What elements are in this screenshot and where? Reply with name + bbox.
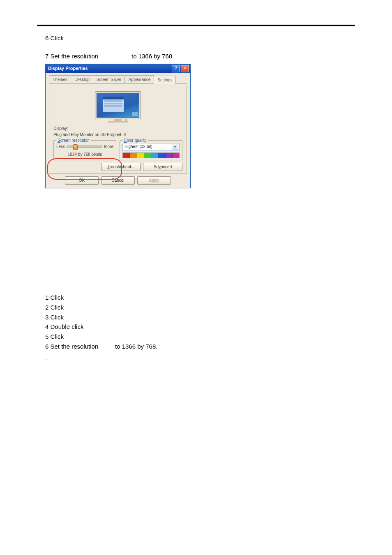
troubleshoot-button[interactable]: Troubleshoot... <box>101 163 141 171</box>
dialog-title: Display Properties <box>48 65 172 72</box>
bstep-6-left: 6 Set the resolution <box>45 342 115 351</box>
step-6: 6 Click <box>45 34 355 43</box>
screen-resolution-group: Screen resolution Less More 1024 by 768 … <box>53 140 116 160</box>
resolution-value: 1024 by 768 pixels <box>56 152 113 158</box>
color-gradient-bar <box>122 153 180 158</box>
color-quality-group: Color quality Highest (32 bit) ▾ <box>120 140 182 160</box>
bstep-5: 5 Click <box>45 332 355 341</box>
cancel-button[interactable]: Cancel <box>101 176 135 185</box>
tab-appearance[interactable]: Appearance <box>125 75 154 84</box>
color-quality-legend: olor quality <box>127 138 146 143</box>
step-7-right: to 1366 by 768. <box>131 52 174 61</box>
close-button[interactable]: × <box>181 65 189 72</box>
tab-themes[interactable]: Themes <box>49 75 71 84</box>
bstep-3: 3 Click <box>45 313 355 322</box>
bstep-1: 1 Click <box>45 293 355 302</box>
ok-button[interactable]: OK <box>65 176 99 185</box>
bstep-6: 6 Set the resolution to 1366 by 768. <box>45 342 355 351</box>
tab-desktop[interactable]: Desktop <box>71 75 93 84</box>
tab-screen-saver[interactable]: Screen Saver <box>93 75 125 84</box>
advanced-button[interactable]: Advanced <box>143 163 182 171</box>
titlebar: Display Properties ? × <box>46 65 190 73</box>
bstep-4: 4 Double click <box>45 322 355 331</box>
slider-less-label: Less <box>56 144 65 150</box>
display-value: Plug and Play Monitor on 3D Prophet III <box>53 132 182 138</box>
tab-pane-settings: Display: Plug and Play Monitor on 3D Pro… <box>49 86 187 174</box>
tabs: Themes Desktop Screen Saver Appearance S… <box>49 75 187 84</box>
color-quality-select[interactable]: Highest (32 bit) ▾ <box>122 143 180 151</box>
tab-settings[interactable]: Settings <box>154 76 176 84</box>
color-quality-value: Highest (32 bit) <box>125 144 152 150</box>
slider-more-label: More <box>104 144 113 150</box>
bstep-6-right: to 1366 by 768. <box>115 342 157 351</box>
display-properties-dialog: Display Properties ? × Themes Desktop Sc… <box>45 64 191 189</box>
step-7: 7 Set the resolution to 1366 by 768. <box>45 52 355 61</box>
page-rule <box>37 25 355 26</box>
screen-resolution-legend: creen resolution <box>60 138 90 143</box>
step-7-left: 7 Set the resolution <box>45 52 131 61</box>
bstep-2: 2 Click <box>45 303 355 312</box>
trailing-dot: . <box>45 354 355 363</box>
apply-button[interactable]: Apply <box>137 176 171 185</box>
resolution-slider[interactable] <box>67 146 102 148</box>
display-label: Display: <box>53 126 182 132</box>
monitor-preview <box>95 91 141 123</box>
help-button[interactable]: ? <box>172 65 180 72</box>
chevron-down-icon: ▾ <box>172 144 178 150</box>
